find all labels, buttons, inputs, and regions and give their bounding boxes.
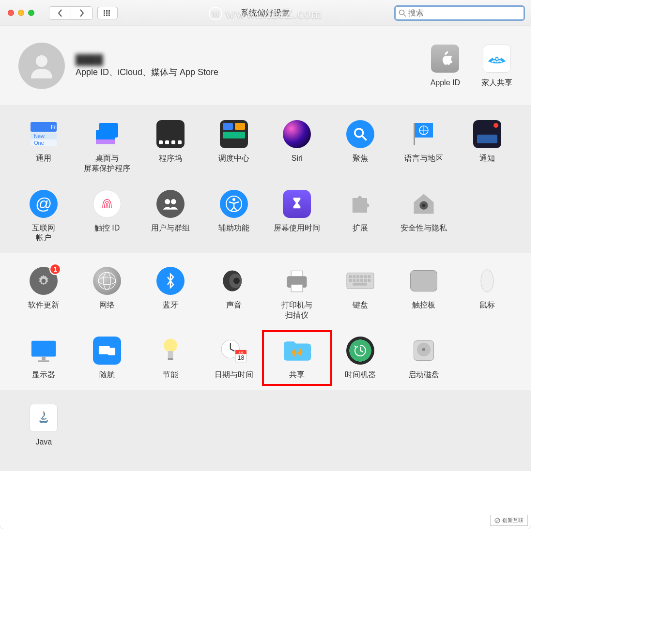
extensions-tile[interactable]: 扩展 — [331, 189, 390, 244]
sidecar-tile[interactable]: 随航 — [78, 336, 137, 380]
tile-label: 触控 ID — [94, 223, 120, 233]
date-time-tile[interactable]: 18JUL 日期与时间 — [204, 336, 263, 380]
nav-buttons — [49, 6, 92, 20]
user-subtitle: Apple ID、iCloud、媒体与 App Store — [76, 66, 218, 78]
tile-label: 节能 — [163, 370, 178, 380]
tile-label: 通用 — [36, 153, 51, 164]
screen-time-tile[interactable]: 屏幕使用时间 — [268, 189, 326, 244]
sharing-tile[interactable]: 共享 — [268, 336, 326, 380]
forward-button[interactable] — [71, 7, 92, 19]
internet-accounts-tile[interactable]: @ 互联网 帐户 — [15, 189, 73, 244]
speaker-icon — [219, 266, 248, 295]
displays-tile[interactable]: 显示器 — [15, 336, 73, 380]
general-tile[interactable]: FileNewOne 通用 — [15, 120, 73, 174]
user-avatar[interactable] — [18, 43, 65, 89]
close-button[interactable] — [8, 10, 14, 16]
svg-rect-60 — [368, 279, 371, 282]
notifications-tile[interactable]: 通知 — [458, 120, 516, 174]
at-icon: @ — [29, 189, 58, 218]
search-input[interactable] — [408, 9, 521, 17]
sound-tile[interactable]: 声音 — [204, 266, 263, 321]
time-machine-tile[interactable]: 时间机器 — [331, 336, 390, 380]
search-icon — [399, 9, 406, 17]
svg-point-25 — [355, 129, 363, 137]
bluetooth-icon — [156, 266, 185, 295]
back-button[interactable] — [49, 7, 71, 19]
desktop-icon — [92, 120, 122, 149]
touch-id-tile[interactable]: 触控 ID — [78, 189, 137, 244]
svg-rect-6 — [104, 15, 105, 16]
tile-label: 聚焦 — [353, 153, 368, 164]
clock-calendar-icon: 18JUL — [219, 336, 248, 365]
svg-point-83 — [422, 348, 425, 351]
network-tile[interactable]: 网络 — [78, 266, 137, 321]
svg-point-32 — [165, 199, 170, 204]
svg-text:File: File — [51, 124, 58, 130]
svg-rect-63 — [31, 340, 56, 356]
svg-text:New: New — [34, 133, 45, 139]
accessibility-tile[interactable]: 辅助功能 — [204, 189, 263, 244]
globe-icon — [92, 266, 122, 295]
keyboard-tile[interactable]: 键盘 — [331, 266, 390, 321]
svg-rect-70 — [168, 351, 173, 358]
tile-label: 桌面与 屏幕保护程序 — [84, 153, 130, 174]
keyboard-icon — [346, 266, 375, 295]
printer-icon — [282, 266, 311, 295]
svg-rect-61 — [353, 283, 367, 286]
svg-point-41 — [103, 273, 110, 290]
user-name: ████ — [76, 54, 218, 65]
footer-watermark: 创新互联 — [490, 515, 528, 526]
puzzle-icon — [346, 189, 375, 218]
svg-line-10 — [404, 14, 406, 16]
window-controls — [0, 10, 34, 16]
svg-point-14 — [496, 58, 498, 60]
svg-point-35 — [232, 198, 235, 201]
energy-saver-tile[interactable]: 节能 — [141, 336, 200, 380]
flag-icon — [409, 120, 438, 149]
security-privacy-tile[interactable]: 安全性与隐私 — [395, 189, 453, 244]
startup-disk-tile[interactable]: 启动磁盘 — [395, 336, 453, 380]
family-sharing-tile[interactable]: 家人共享 — [481, 44, 512, 88]
fingerprint-icon — [92, 189, 122, 218]
java-tile[interactable]: Java — [15, 403, 73, 447]
users-icon — [156, 189, 185, 218]
svg-point-39 — [99, 273, 116, 290]
svg-rect-49 — [349, 276, 352, 278]
mouse-tile[interactable]: 鼠标 — [458, 266, 516, 321]
svg-text:18: 18 — [237, 354, 244, 361]
svg-point-9 — [400, 10, 404, 15]
svg-rect-8 — [108, 15, 110, 16]
software-update-tile[interactable]: 1 软件更新 — [15, 266, 73, 321]
svg-rect-57 — [356, 279, 359, 282]
svg-rect-53 — [364, 276, 367, 278]
apple-id-tile[interactable]: Apple ID — [431, 44, 460, 88]
display-icon — [29, 336, 58, 365]
spotlight-tile[interactable]: 聚焦 — [331, 120, 390, 174]
minimize-button[interactable] — [18, 10, 24, 16]
printers-scanners-tile[interactable]: 打印机与 扫描仪 — [268, 266, 326, 321]
bluetooth-tile[interactable]: 蓝牙 — [141, 266, 200, 321]
siri-icon — [282, 120, 311, 149]
tile-label: 网络 — [99, 300, 115, 310]
tile-label: 互联网 帐户 — [32, 223, 55, 244]
svg-rect-59 — [364, 279, 367, 282]
search-field[interactable] — [394, 5, 525, 21]
svg-rect-56 — [353, 279, 356, 282]
show-all-button[interactable] — [97, 7, 118, 19]
apple-icon — [431, 44, 460, 73]
trackpad-tile[interactable]: 触控板 — [395, 266, 453, 321]
users-groups-tile[interactable]: 用户与群组 — [141, 189, 200, 244]
svg-point-44 — [233, 278, 240, 284]
disk-icon — [409, 336, 438, 365]
language-region-tile[interactable]: 语言与地区 — [395, 120, 453, 174]
mission-control-icon — [219, 120, 248, 149]
dock-tile[interactable]: 程序坞 — [141, 120, 200, 174]
desktop-screensaver-tile[interactable]: 桌面与 屏幕保护程序 — [78, 120, 137, 174]
svg-rect-24 — [96, 139, 115, 144]
svg-point-11 — [36, 55, 47, 67]
svg-point-68 — [164, 338, 177, 352]
mouse-icon — [473, 266, 502, 295]
zoom-button[interactable] — [28, 10, 34, 16]
siri-tile[interactable]: Siri — [268, 120, 326, 174]
mission-control-tile[interactable]: 调度中心 — [204, 120, 263, 174]
